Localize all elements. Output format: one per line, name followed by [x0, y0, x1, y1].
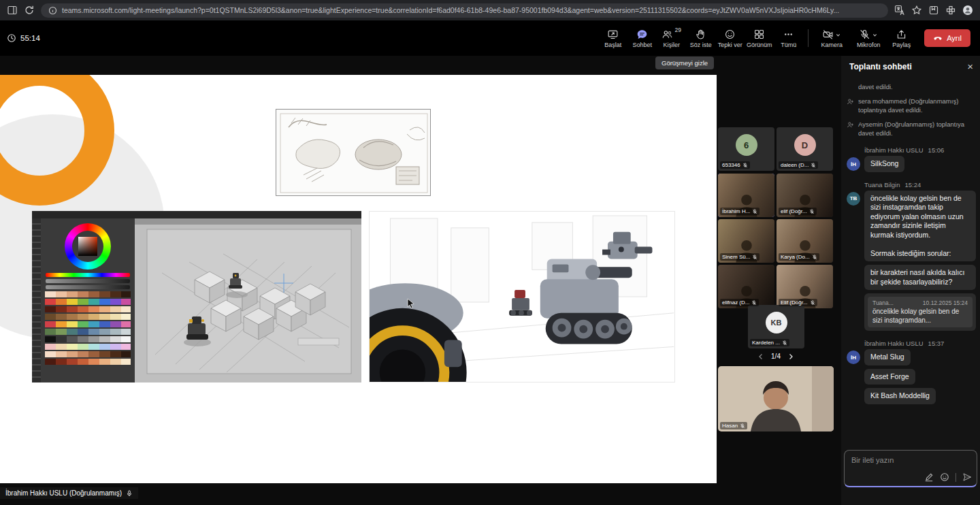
person-added-icon: [847, 98, 854, 105]
shared-screen-stage: İbrahim Hakkı USLU (Doğrulanmamış): [0, 56, 841, 505]
participant-tile[interactable]: elif (Doğr...: [777, 174, 833, 217]
chat-message: bir karakteri nasıl akılda kalıcı bir şe…: [864, 265, 976, 290]
mic-muted-icon: [752, 209, 757, 214]
message-time: 15:24: [904, 181, 921, 189]
translate-icon[interactable]: [894, 5, 905, 16]
people-button[interactable]: 29 Kişiler: [657, 29, 686, 48]
send-icon[interactable]: [962, 472, 972, 482]
mic-off-icon: [859, 29, 870, 40]
avatar: 6: [736, 134, 757, 156]
chat-message: Kit Bash Moddellig: [864, 388, 936, 404]
layout-grid-icon: [753, 29, 765, 40]
quote-author: Tuana...: [872, 299, 894, 306]
tile-pager: 1/4: [747, 353, 804, 360]
viewport-3d: [135, 218, 361, 382]
profile-avatar[interactable]: [962, 5, 973, 16]
bookmark-star-icon[interactable]: [911, 5, 922, 16]
extensions-icon[interactable]: [945, 5, 956, 16]
share-screen-icon: [896, 29, 907, 40]
mic-muted-icon: [742, 163, 748, 168]
screenshot-3d-paint-app: [32, 211, 361, 382]
participant-tile[interactable]: Karya (Do...: [777, 219, 833, 263]
pager-next-icon[interactable]: [787, 353, 794, 360]
mic-muted-icon: [782, 340, 787, 346]
mic-muted-icon: [740, 423, 745, 429]
more-dots-icon: [783, 29, 794, 40]
chevron-down-icon[interactable]: [835, 32, 841, 38]
message-author: Tuana Bilgin: [864, 181, 900, 189]
system-message: toplantıya davet edildi.: [847, 83, 975, 91]
format-pen-icon[interactable]: [924, 472, 934, 482]
camera-off-icon: [822, 29, 834, 40]
chat-bubble-icon: [636, 29, 648, 40]
camera-button[interactable]: Kamera: [813, 29, 850, 48]
people-icon: [662, 29, 673, 40]
emoji-icon[interactable]: [940, 472, 949, 482]
participant-count-badge: 29: [674, 27, 681, 33]
mic-muted-icon: [752, 255, 757, 260]
avatar: D: [794, 134, 816, 156]
participant-tile[interactable]: KB Kardelen ...: [748, 305, 804, 348]
more-button[interactable]: Tümü: [774, 29, 803, 48]
reload-icon[interactable]: [24, 5, 35, 16]
view-button[interactable]: Görünüm: [745, 29, 774, 48]
leave-button[interactable]: Ayrıl: [924, 29, 970, 47]
share-button[interactable]: Paylaş: [887, 29, 916, 48]
participant-tile[interactable]: 6 653346: [718, 127, 774, 171]
chat-message-group: İbrahim Hakkı USLU15:06 İH SilkSong: [845, 146, 976, 172]
message-compose-box[interactable]: [844, 450, 977, 487]
quote-date: 10.12.2025 15:24: [923, 299, 968, 306]
color-wheel: [65, 223, 111, 270]
avatar: İH: [847, 351, 860, 364]
storyboard-sketch-image: [276, 109, 431, 196]
close-icon[interactable]: ×: [967, 61, 973, 71]
participant-tile[interactable]: Elif (Doğr...: [777, 265, 833, 308]
chat-message-group: Tuana Bilgin15:24 TB öncelikle kolay gel…: [845, 181, 976, 331]
toolbar-divider: [808, 29, 808, 47]
system-message: sera mohammed (Doğrulanmamış) toplantıya…: [847, 97, 975, 114]
address-bar[interactable]: teams.microsoft.com/light-meetings/launc…: [41, 3, 888, 18]
save-collection-icon[interactable]: [928, 5, 939, 16]
participant-tile[interactable]: elifnaz (D...: [718, 265, 774, 308]
side-panel-icon[interactable]: [7, 5, 18, 16]
avatar: TB: [847, 192, 860, 206]
participant-tile[interactable]: Hasan: [718, 366, 834, 431]
mic-muted-icon: [751, 300, 757, 306]
mic-icon: [126, 490, 133, 497]
browser-toolbar: teams.microsoft.com/light-meetings/launc…: [0, 0, 980, 20]
presentation-slide: [0, 75, 717, 483]
chevron-down-icon[interactable]: [872, 32, 878, 38]
message-time: 15:06: [928, 146, 945, 154]
chat-button[interactable]: Sohbet: [627, 29, 657, 48]
chat-message: öncelikle kolay gelsin ben de sizi insta…: [864, 191, 976, 262]
mic-button[interactable]: Mikrofon: [850, 29, 887, 48]
meeting-timer: 55:14: [0, 33, 40, 43]
react-button[interactable]: Tepki ver: [715, 29, 745, 48]
participant-tile[interactable]: Sinem Sü...: [718, 219, 774, 263]
pager-label: 1/4: [771, 353, 781, 360]
site-info-icon[interactable]: [48, 6, 57, 15]
hang-up-icon: [933, 33, 943, 43]
participant-tile[interactable]: İbrahim H...: [718, 174, 774, 217]
message-input[interactable]: [847, 453, 974, 467]
hide-call-tooltip: Görüşmeyi gizle: [655, 56, 714, 69]
meeting-chat-panel: Toplantı sohbeti × toplantıya davet edil…: [841, 56, 980, 505]
chat-message-list[interactable]: toplantıya davet edildi. sera mohammed (…: [845, 83, 976, 446]
quoted-message: Tuana...10.12.2025 15:24 öncelikle kolay…: [868, 297, 973, 327]
clock-icon: [7, 33, 16, 43]
meeting-toolbar: 55:14 Başlat Sohbet 29 Kişiler Söz iste …: [0, 20, 980, 56]
raise-hand-button[interactable]: Söz iste: [686, 29, 715, 48]
system-message: Aysemin (Doğrulanmamış) toplantıya davet…: [847, 120, 975, 137]
participant-tile[interactable]: D daleen (D...: [777, 127, 833, 171]
pager-prev-icon[interactable]: [757, 353, 764, 360]
smiley-icon: [724, 29, 736, 40]
start-button[interactable]: Başlat: [598, 29, 627, 48]
chat-message: SilkSong: [864, 156, 904, 172]
avatar: KB: [766, 312, 787, 333]
chat-message-group: İbrahim Hakkı USLU15:37 İH Metal Slug As…: [845, 340, 976, 404]
mouse-cursor: [407, 298, 415, 309]
quote-text: öncelikle kolay gelsin ben de sizi insta…: [872, 308, 968, 325]
raise-hand-icon: [695, 29, 706, 40]
tool-rail: [32, 218, 41, 382]
mic-muted-icon: [811, 163, 816, 168]
